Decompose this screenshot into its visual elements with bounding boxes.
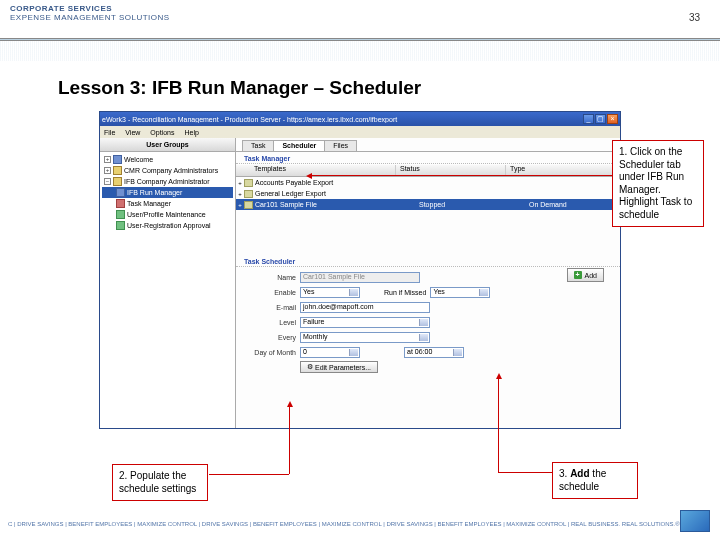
sidebar-header: User Groups [100, 138, 235, 152]
nav-tree: +Welcome +CMR Company Administrators −IF… [100, 152, 235, 233]
callout-2: 2. Populate the schedule settings [112, 464, 208, 501]
row-email: E-mailjohn.doe@mapoft.com [244, 300, 612, 314]
tree-label: IFB Company Administrator [124, 178, 210, 185]
template-row[interactable]: +General Ledger Export [236, 188, 620, 199]
item-icon [116, 199, 125, 208]
add-button-label: Add [585, 272, 597, 279]
label-email: E-mail [244, 304, 296, 311]
row-enable: EnableYesRun if MissedYes [244, 285, 612, 299]
label-level: Level [244, 319, 296, 326]
arrow-2-vertical [289, 406, 290, 474]
label-every: Every [244, 334, 296, 341]
select-day[interactable]: 0 [300, 347, 360, 358]
cell-name: Accounts Payable Export [255, 179, 415, 186]
input-email[interactable]: john.doe@mapoft.com [300, 302, 430, 313]
callout-3: 3. Add the schedule [552, 462, 638, 499]
close-button[interactable]: × [607, 114, 618, 124]
minimize-button[interactable]: _ [583, 114, 594, 124]
input-name: Car101 Sample File [300, 272, 420, 283]
task-manager-label: Task Manager [236, 152, 620, 164]
expand-icon[interactable]: + [104, 167, 111, 174]
app-body: User Groups +Welcome +CMR Company Admini… [100, 138, 620, 428]
label-day: Day of Month [244, 349, 296, 356]
row-edit-params: ⚙Edit Parameters... [244, 360, 612, 374]
tree-item-task-manager[interactable]: Task Manager [102, 198, 233, 209]
tab-scheduler[interactable]: Scheduler [273, 140, 325, 151]
menu-options[interactable]: Options [150, 129, 174, 136]
sidebar: User Groups +Welcome +CMR Company Admini… [100, 138, 236, 428]
label-enable: Enable [244, 289, 296, 296]
window-title: eWork3 - Reconciliation Management - Pro… [102, 116, 583, 123]
select-level[interactable]: Failure [300, 317, 430, 328]
tree-item-user-profile[interactable]: User/Profile Maintenance [102, 209, 233, 220]
expand-icon[interactable]: + [104, 156, 111, 163]
row-day: Day of Month0at 06:00 [244, 345, 612, 359]
select-run-missed[interactable]: Yes [430, 287, 490, 298]
folder-icon [113, 155, 122, 164]
template-icon [244, 201, 253, 209]
window-titlebar: eWork3 - Reconciliation Management - Pro… [100, 112, 620, 126]
menu-view[interactable]: View [125, 129, 140, 136]
brand-line-1: CORPORATE SERVICES [10, 4, 710, 13]
folder-icon [113, 166, 122, 175]
menu-help[interactable]: Help [184, 129, 198, 136]
tree-item-ifb-admin[interactable]: −IFB Company Administrator [102, 176, 233, 187]
select-every[interactable]: Monthly [300, 332, 430, 343]
window-buttons: _ ▢ × [583, 114, 618, 124]
tree-label: Task Manager [127, 200, 171, 207]
select-time[interactable]: at 06:00 [404, 347, 464, 358]
label-name: Name [244, 274, 296, 281]
tab-bar: Task Scheduler Files [236, 138, 620, 152]
arrow-3 [498, 472, 552, 473]
cell-name: Car101 Sample File [255, 201, 415, 208]
edit-params-label: Edit Parameters... [315, 364, 371, 371]
tree-label: User-Registration Approval [127, 222, 211, 229]
tree-item-welcome[interactable]: +Welcome [102, 154, 233, 165]
menu-file[interactable]: File [104, 129, 115, 136]
cell-status: Stopped [415, 201, 525, 208]
expand-icon[interactable]: + [236, 202, 244, 208]
brand-block: CORPORATE SERVICES EXPENSE MANAGEMENT SO… [10, 4, 710, 22]
folder-icon [113, 177, 122, 186]
tab-files[interactable]: Files [324, 140, 357, 151]
row-name: NameCar101 Sample File [244, 270, 612, 284]
add-button[interactable]: +Add [567, 268, 604, 282]
select-enable[interactable]: Yes [300, 287, 360, 298]
lesson-title: Lesson 3: IFB Run Manager – Scheduler [0, 61, 720, 111]
plus-icon: + [574, 271, 582, 279]
cell-type: On Demand [525, 201, 620, 208]
cell-name: General Ledger Export [255, 190, 415, 197]
app-screenshot: eWork3 - Reconciliation Management - Pro… [99, 111, 621, 429]
arrow-3-vertical [498, 378, 499, 472]
scheduler-form: +Add NameCar101 Sample File EnableYesRun… [236, 268, 620, 428]
tree-label: User/Profile Maintenance [127, 211, 206, 218]
template-row[interactable]: +Accounts Payable Export [236, 177, 620, 188]
arrow-1 [311, 175, 612, 176]
main-panel: Task Scheduler Files Task Manager Templa… [236, 138, 620, 428]
template-icon [244, 190, 253, 198]
slide-footer: C | DRIVE SAVINGS | BENEFIT EMPLOYEES | … [0, 514, 720, 534]
expand-icon[interactable]: + [236, 180, 244, 186]
tree-item-user-registration[interactable]: User-Registration Approval [102, 220, 233, 231]
tree-label: Welcome [124, 156, 153, 163]
templates-grid: Templates Status Type +Accounts Payable … [236, 165, 620, 255]
page-number: 33 [689, 12, 700, 23]
expand-icon[interactable]: + [236, 191, 244, 197]
row-level: LevelFailure [244, 315, 612, 329]
maximize-button[interactable]: ▢ [595, 114, 606, 124]
amex-logo [680, 510, 710, 532]
callout-1: 1. Click on the Scheduler tab under IFB … [612, 140, 704, 227]
template-row-selected[interactable]: +Car101 Sample FileStoppedOn Demand [236, 199, 620, 210]
edit-parameters-button[interactable]: ⚙Edit Parameters... [300, 361, 378, 373]
gear-icon: ⚙ [307, 363, 313, 371]
item-icon [116, 221, 125, 230]
header-pattern [0, 41, 720, 61]
tab-task[interactable]: Task [242, 140, 274, 151]
item-icon [116, 210, 125, 219]
tree-item-run-manager[interactable]: IFB Run Manager [102, 187, 233, 198]
collapse-icon[interactable]: − [104, 178, 111, 185]
tree-label: CMR Company Administrators [124, 167, 218, 174]
tree-item-cmr[interactable]: +CMR Company Administrators [102, 165, 233, 176]
template-icon [244, 179, 253, 187]
brand-line-2: EXPENSE MANAGEMENT SOLUTIONS [10, 13, 710, 22]
